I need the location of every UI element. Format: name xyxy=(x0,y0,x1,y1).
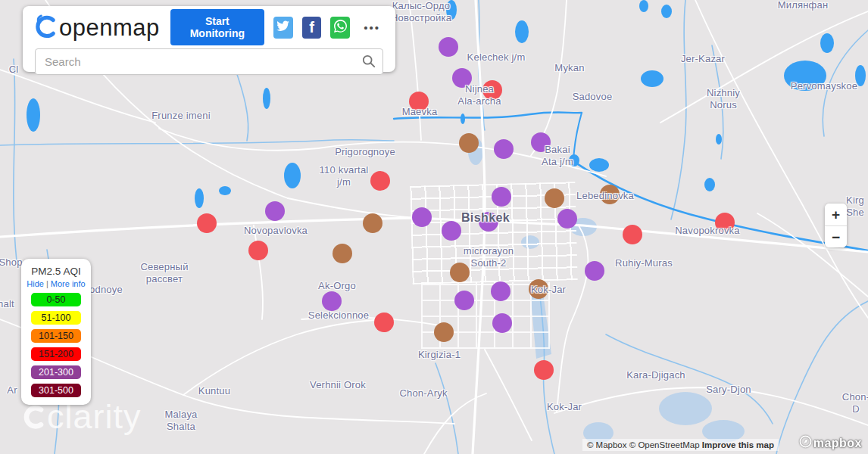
aqi-station-marker[interactable] xyxy=(412,207,432,227)
aqi-station-marker[interactable] xyxy=(531,132,551,152)
aqi-station-marker[interactable] xyxy=(715,213,735,232)
aqi-station-marker[interactable] xyxy=(482,80,502,100)
start-monitoring-button[interactable]: Start Monitoring xyxy=(170,9,264,45)
aqi-station-marker[interactable] xyxy=(479,212,498,232)
openmap-logo-icon xyxy=(35,13,56,42)
zoom-control: + − xyxy=(825,204,847,247)
search-icon xyxy=(362,54,376,71)
whatsapp-share-button[interactable] xyxy=(330,17,350,39)
legend-range-0-50: 0-50 xyxy=(31,293,81,306)
aqi-station-marker[interactable] xyxy=(248,241,268,260)
aqi-station-marker[interactable] xyxy=(529,279,548,299)
facebook-icon: f xyxy=(309,20,314,35)
aqi-station-marker[interactable] xyxy=(600,185,620,204)
openmap-logo[interactable]: openmap xyxy=(35,13,160,42)
aqi-station-marker[interactable] xyxy=(434,322,454,342)
aqi-station-marker[interactable] xyxy=(623,225,642,244)
mapbox-attribution-link[interactable]: © Mapbox xyxy=(587,440,627,449)
improve-map-link[interactable]: Improve this map xyxy=(702,440,774,449)
aqi-station-marker[interactable] xyxy=(322,291,342,311)
aqi-station-marker[interactable] xyxy=(374,313,394,332)
more-options-button[interactable]: ••• xyxy=(361,20,383,36)
aqi-station-marker[interactable] xyxy=(450,263,470,282)
aqi-station-marker[interactable] xyxy=(363,213,382,233)
legend-range-151-200: 151-200 xyxy=(31,347,81,361)
twitter-share-button[interactable] xyxy=(273,17,293,39)
legend-hide-link[interactable]: Hide xyxy=(27,279,44,288)
facebook-share-button[interactable]: f xyxy=(302,17,322,39)
aqi-station-marker[interactable] xyxy=(491,281,510,301)
aqi-station-marker[interactable] xyxy=(442,221,461,241)
legend-ranges: 0-5051-100101-150151-200201-300301-500 xyxy=(21,293,91,397)
twitter-icon xyxy=(276,20,289,34)
aqi-station-marker[interactable] xyxy=(492,187,511,207)
mapbox-logo-icon xyxy=(799,435,812,451)
legend-title: PM2.5 AQI xyxy=(21,266,91,277)
zoom-out-button[interactable]: − xyxy=(825,225,847,247)
legend-range-51-100: 51-100 xyxy=(31,311,81,325)
aqi-station-marker[interactable] xyxy=(439,37,458,57)
aqi-station-marker[interactable] xyxy=(370,171,390,191)
aqi-station-marker[interactable] xyxy=(459,133,479,153)
aqi-station-marker[interactable] xyxy=(494,139,514,159)
header-card: openmap Start Monitoring f ••• xyxy=(23,6,395,72)
aqi-station-marker[interactable] xyxy=(454,291,474,310)
zoom-in-button[interactable]: + xyxy=(825,204,847,225)
aqi-station-marker[interactable] xyxy=(534,360,554,380)
aqi-station-marker[interactable] xyxy=(409,92,429,111)
aqi-station-marker[interactable] xyxy=(333,244,352,263)
aqi-station-marker[interactable] xyxy=(265,201,285,221)
aqi-station-marker[interactable] xyxy=(492,313,512,333)
osm-attribution-link[interactable]: © OpenStreetMap xyxy=(629,440,700,449)
aqi-station-marker[interactable] xyxy=(545,188,564,208)
aqi-station-marker[interactable] xyxy=(585,261,604,281)
legend-range-101-150: 101-150 xyxy=(31,329,81,343)
legend-range-201-300: 201-300 xyxy=(31,365,81,379)
aqi-station-marker[interactable] xyxy=(197,213,217,233)
map-attribution: © Mapbox © OpenStreetMap Improve this ma… xyxy=(582,439,779,451)
legend-link-separator: | xyxy=(46,279,48,288)
aqi-station-marker[interactable] xyxy=(452,68,472,88)
legend-range-301-500: 301-500 xyxy=(31,384,81,397)
aqi-legend: PM2.5 AQI Hide|More info 0-5051-100101-1… xyxy=(21,259,91,405)
openmap-app: Калыс-Ордо НовостройкаМилянфанKelechek j… xyxy=(0,0,868,454)
search-input[interactable] xyxy=(35,48,383,75)
mapbox-logo-text: mapbox xyxy=(813,437,862,449)
openmap-logo-text: openmap xyxy=(59,16,160,39)
whatsapp-icon xyxy=(334,20,347,35)
aqi-station-marker[interactable] xyxy=(557,209,577,229)
legend-more-info-link[interactable]: More info xyxy=(51,279,86,288)
mapbox-logo[interactable]: mapbox xyxy=(799,435,862,451)
